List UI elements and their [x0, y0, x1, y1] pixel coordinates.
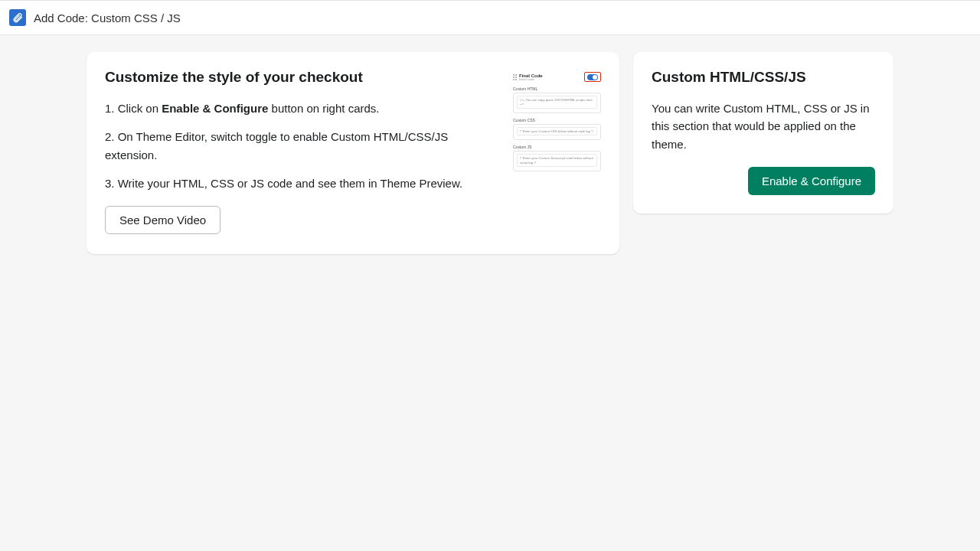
preview-subtitle: Insert code — [519, 78, 543, 81]
preview-header: Final Code Insert code — [513, 72, 601, 82]
app-logo-icon — [9, 9, 26, 26]
config-title: Custom HTML/CSS/JS — [652, 69, 875, 86]
config-card: Custom HTML/CSS/JS You can write Custom … — [633, 52, 893, 214]
step-1-prefix: 1. Click on — [105, 102, 162, 115]
toggle-icon — [587, 74, 598, 80]
enable-configure-button[interactable]: Enable & Configure — [748, 167, 875, 195]
preview-css-card: /* Enter your Custom CSS below without s… — [513, 124, 601, 140]
preview-js-card: /* Enter your Custom Javascript code bel… — [513, 151, 601, 171]
step-2: 2. On Theme Editor, switch toggle to ena… — [105, 128, 498, 164]
see-demo-video-button[interactable]: See Demo Video — [105, 206, 220, 234]
preview-html-text: <!-- You can copy paste JS/CSS/HTML scri… — [517, 96, 597, 109]
preview-toggle-highlight — [584, 72, 601, 82]
topbar: Add Code: Custom CSS / JS — [0, 0, 980, 35]
preview-js-block: Custom JS /* Enter your Custom Javascrip… — [513, 145, 601, 171]
preview-css-label: Custom CSS — [513, 118, 601, 122]
preview-html-block: Custom HTML <!-- You can copy paste JS/C… — [513, 86, 601, 113]
preview-html-label: Custom HTML — [513, 86, 601, 91]
drag-handle-icon — [513, 74, 517, 80]
step-1-bold: Enable & Configure — [162, 102, 268, 115]
preview-html-card: <!-- You can copy paste JS/CSS/HTML scri… — [513, 93, 601, 113]
preview-illustration: Final Code Insert code Custom HTML <!-- … — [513, 69, 601, 234]
instructions-card: Customize the style of your checkout 1. … — [87, 52, 619, 254]
preview-js-text: /* Enter your Custom Javascript code bel… — [517, 154, 597, 167]
instructions-text: Customize the style of your checkout 1. … — [105, 69, 498, 234]
content-area: Customize the style of your checkout 1. … — [0, 35, 980, 271]
preview-css-text: /* Enter your Custom CSS below without s… — [517, 127, 597, 135]
step-3: 3. Write your HTML, CSS or JS code and s… — [105, 174, 498, 192]
preview-js-label: Custom JS — [513, 145, 601, 149]
page-title: Add Code: Custom CSS / JS — [34, 11, 181, 24]
step-1: 1. Click on Enable & Configure button on… — [105, 99, 498, 117]
config-desc: You can write Custom HTML, CSS or JS in … — [652, 99, 875, 153]
instructions-title: Customize the style of your checkout — [105, 69, 498, 86]
preview-titles: Final Code Insert code — [519, 73, 543, 81]
preview-header-left: Final Code Insert code — [513, 73, 543, 81]
step-1-suffix: button on right cards. — [268, 102, 379, 115]
preview-css-block: Custom CSS /* Enter your Custom CSS belo… — [513, 118, 601, 140]
